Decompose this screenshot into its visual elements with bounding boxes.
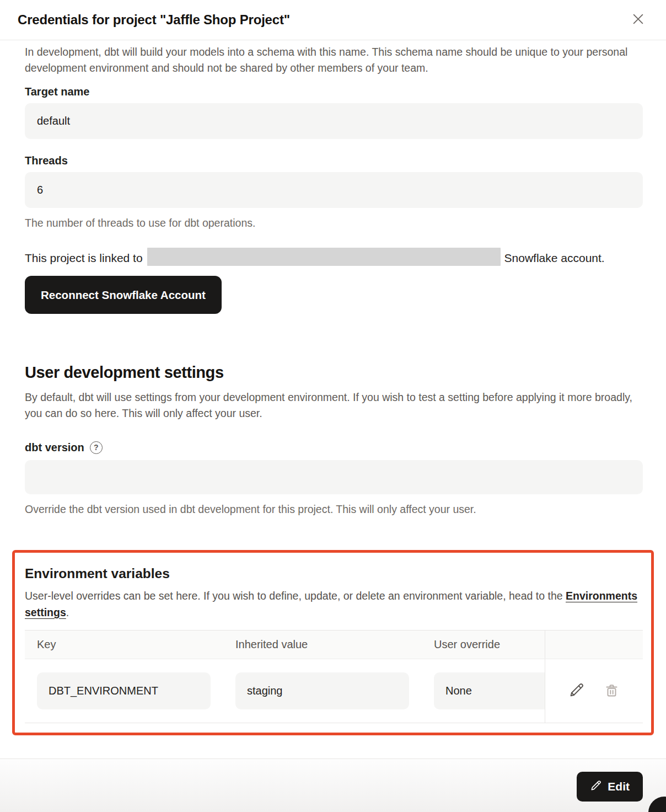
trash-icon <box>604 682 620 700</box>
environment-variables-description: User-level overrides can be set here. If… <box>25 588 643 621</box>
dbt-version-help-text: Override the dbt version used in dbt dev… <box>25 503 643 516</box>
inherited-value-cell: staging <box>223 659 422 723</box>
env-var-inherited-value: staging <box>235 672 409 709</box>
env-var-user-override-value: None <box>434 672 545 709</box>
modal-footer: Edit <box>0 758 666 812</box>
credentials-modal: Credentials for project "Jaffle Shop Pro… <box>0 0 666 735</box>
env-description-suffix: . <box>66 606 69 618</box>
user-override-cell: None <box>422 659 545 723</box>
modal-header: Credentials for project "Jaffle Shop Pro… <box>0 0 666 40</box>
user-dev-settings-description: By default, dbt will use settings from y… <box>25 389 643 421</box>
redacted-account-name <box>147 248 501 266</box>
linked-text-after: Snowflake account. <box>504 252 605 264</box>
threads-input[interactable] <box>25 172 643 208</box>
dbt-version-label-row: dbt version ? <box>25 440 643 455</box>
edit-button[interactable]: Edit <box>577 772 643 802</box>
delete-variable-button[interactable] <box>603 681 621 701</box>
user-dev-settings-heading: User development settings <box>25 362 643 382</box>
table-header-actions <box>545 631 643 659</box>
table-header-inherited-value: Inherited value <box>223 638 422 651</box>
threads-help-text: The number of threads to use for dbt ope… <box>25 216 643 229</box>
pencil-icon <box>568 682 585 700</box>
edit-variable-button[interactable] <box>567 681 586 701</box>
table-header-row: Key Inherited value User override <box>25 631 643 659</box>
environment-variables-section: Environment variables User-level overrid… <box>12 550 654 735</box>
environment-variables-table: Key Inherited value User override DBT_EN… <box>25 630 643 723</box>
snowflake-link-text: This project is linked toSnowflake accou… <box>25 248 643 268</box>
close-button[interactable] <box>629 10 647 29</box>
reconnect-snowflake-button[interactable]: Reconnect Snowflake Account <box>25 276 222 314</box>
close-icon <box>631 12 646 28</box>
threads-label: Threads <box>25 154 643 167</box>
help-icon[interactable]: ? <box>90 441 103 454</box>
reconnect-button-label: Reconnect Snowflake Account <box>41 289 206 302</box>
key-cell: DBT_ENVIRONMENT <box>25 659 223 723</box>
pencil-icon <box>590 779 602 794</box>
modal-content: In development, dbt will build your mode… <box>0 40 666 735</box>
linked-text-before: This project is linked to <box>25 252 143 264</box>
actions-cell <box>545 659 643 723</box>
schema-description: In development, dbt will build your mode… <box>25 44 643 76</box>
dbt-version-input[interactable] <box>25 460 643 494</box>
target-name-label: Target name <box>25 85 643 98</box>
environment-variables-heading: Environment variables <box>25 565 643 582</box>
env-description-prefix: User-level overrides can be set here. If… <box>25 590 566 602</box>
table-header-user-override: User override <box>422 638 545 651</box>
table-row: DBT_ENVIRONMENT staging None <box>25 659 643 723</box>
edit-button-label: Edit <box>608 780 630 793</box>
modal-title: Credentials for project "Jaffle Shop Pro… <box>18 12 290 28</box>
table-header-key: Key <box>25 638 223 651</box>
target-name-input[interactable] <box>25 103 643 139</box>
env-var-key-value: DBT_ENVIRONMENT <box>37 672 211 709</box>
dbt-version-label: dbt version <box>25 441 84 454</box>
